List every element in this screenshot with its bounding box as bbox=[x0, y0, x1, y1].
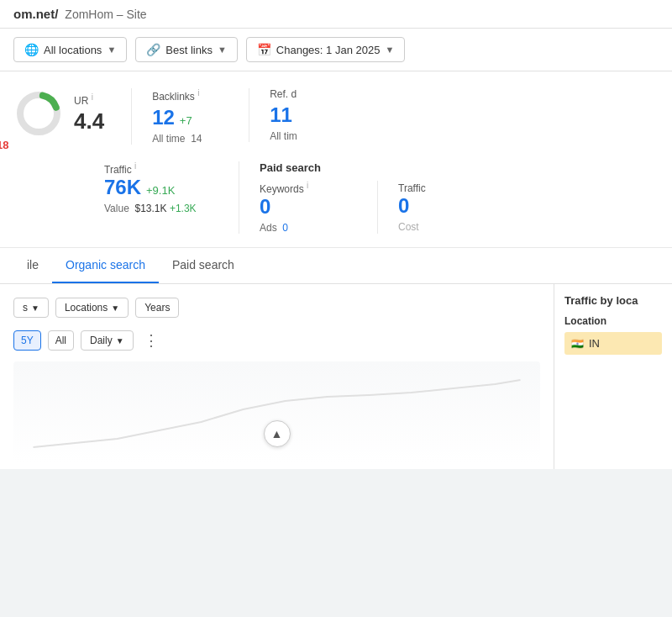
all-locations-button[interactable]: 🌐 All locations ▼ bbox=[13, 37, 127, 62]
chevron-down-icon-3: ▼ bbox=[385, 45, 394, 55]
time-range-row: 5Y All Daily ▼ ⋮ bbox=[13, 328, 540, 353]
backlinks-col: Backlinks i 12 +7 All time 14 bbox=[131, 88, 249, 145]
backlinks-label: Backlinks i bbox=[152, 88, 228, 103]
location-panel-title: Traffic by loca bbox=[564, 294, 662, 307]
locations-filter-button[interactable]: Locations ▼ bbox=[55, 298, 129, 318]
traffic-value-row: Value $13.1K +1.3K bbox=[104, 203, 239, 214]
tab-paid-search[interactable]: Paid search bbox=[159, 248, 248, 283]
organic-metrics: Traffic i 76K +9.1K Value $13.1K +1.3K P… bbox=[104, 161, 659, 234]
chart-graph bbox=[13, 361, 540, 462]
ads-row: Ads 0 bbox=[260, 222, 377, 234]
organic-row: Traffic i 76K +9.1K Value $13.1K +1.3K P… bbox=[13, 161, 659, 234]
negative-number: 18 bbox=[0, 139, 8, 151]
chevron-down-icon-2: ▼ bbox=[218, 45, 227, 55]
header-bar: om.net/ ZomHom – Site bbox=[0, 0, 672, 29]
tab-profile[interactable]: ile bbox=[13, 248, 52, 283]
flag-icon: 🇮🇳 bbox=[571, 338, 584, 350]
keywords-label: Keywords i bbox=[260, 183, 308, 195]
tab-organic-search[interactable]: Organic search bbox=[52, 248, 159, 283]
ur-values: UR i 4.4 bbox=[74, 92, 104, 134]
traffic-value: 76K +9.1K bbox=[104, 176, 239, 199]
paid-search-metrics: Keywords i 0 Ads 0 bbox=[260, 181, 478, 234]
chart-filters: s ▼ Locations ▼ Years bbox=[13, 298, 540, 318]
header-site-name: ZomHom – Site bbox=[65, 8, 146, 21]
paid-traffic-col: Traffic 0 Cost bbox=[377, 181, 478, 234]
dropdown1-button[interactable]: s ▼ bbox=[13, 298, 49, 318]
interval-chevron: ▼ bbox=[116, 336, 124, 345]
backlinks-sub: All time 14 bbox=[152, 133, 228, 145]
ref-domains-col: Ref. d 11 All tim bbox=[249, 88, 366, 142]
ref-domains-value: 11 bbox=[270, 103, 346, 127]
chart-area: s ▼ Locations ▼ Years 5Y All Daily ▼ ⋮ bbox=[0, 284, 554, 469]
backlinks-change: +7 bbox=[180, 114, 192, 127]
header-url: om.net/ bbox=[13, 7, 58, 21]
traffic-info-icon: i bbox=[134, 161, 136, 171]
metrics-section: 18 UR i 4.4 Backlinks i 1 bbox=[0, 71, 672, 248]
traffic-label: Traffic i bbox=[104, 164, 136, 176]
changes-date-button[interactable]: 📅 Changes: 1 Jan 2025 ▼ bbox=[246, 37, 406, 62]
paid-search-label: Paid search bbox=[260, 161, 478, 174]
locations-label: All locations bbox=[44, 44, 102, 56]
donut-chart bbox=[13, 88, 64, 139]
backlinks-value: 12 +7 bbox=[152, 106, 228, 129]
ur-info-icon: i bbox=[92, 92, 93, 102]
keywords-info-icon: i bbox=[307, 181, 308, 190]
traffic-change: +9.1K bbox=[146, 184, 175, 197]
time-all-button[interactable]: All bbox=[48, 330, 74, 351]
keywords-value: 0 bbox=[260, 195, 377, 219]
changes-label: Changes: 1 Jan 2025 bbox=[276, 44, 381, 56]
scroll-up-button[interactable]: ▲ bbox=[264, 420, 291, 447]
best-links-button[interactable]: 🔗 Best links ▼ bbox=[135, 37, 238, 62]
paid-traffic-label: Traffic bbox=[398, 182, 426, 194]
chevron-down-icon: ▼ bbox=[107, 45, 116, 55]
tabs-section: ile Organic search Paid search bbox=[0, 248, 672, 284]
dropdown1-chevron: ▼ bbox=[31, 303, 39, 313]
globe-icon: 🌐 bbox=[24, 43, 39, 56]
ref-domains-sub: All tim bbox=[270, 130, 346, 142]
more-options-button[interactable]: ⋮ bbox=[140, 328, 162, 353]
backlinks-info-icon: i bbox=[197, 88, 199, 98]
ref-domains-label: Ref. d bbox=[270, 88, 346, 100]
cost-row: Cost bbox=[398, 221, 478, 233]
calendar-icon: 📅 bbox=[257, 43, 271, 56]
location-col-header: Location bbox=[564, 315, 662, 327]
links-label: Best links bbox=[165, 44, 213, 56]
metrics-row: 18 UR i 4.4 Backlinks i 1 bbox=[13, 88, 659, 145]
ur-section: 18 UR i 4.4 bbox=[13, 88, 104, 139]
location-code: IN bbox=[589, 337, 600, 350]
donut-svg bbox=[13, 88, 64, 139]
traffic-col: Traffic i 76K +9.1K Value $13.1K +1.3K bbox=[104, 161, 239, 214]
locations-chevron: ▼ bbox=[111, 303, 119, 313]
bottom-section: s ▼ Locations ▼ Years 5Y All Daily ▼ ⋮ bbox=[0, 284, 672, 469]
ur-label: UR i bbox=[74, 92, 104, 107]
link-icon: 🔗 bbox=[146, 43, 160, 56]
time-5y-button[interactable]: 5Y bbox=[13, 330, 41, 351]
interval-button[interactable]: Daily ▼ bbox=[81, 330, 134, 351]
ur-value: 4.4 bbox=[74, 108, 104, 134]
keywords-col: Keywords i 0 Ads 0 bbox=[260, 181, 377, 234]
list-item[interactable]: 🇮🇳 IN bbox=[564, 332, 662, 355]
paid-traffic-value: 0 bbox=[398, 194, 478, 218]
paid-search-block: Paid search Keywords i 0 Ads 0 bbox=[239, 161, 478, 234]
toolbar: 🌐 All locations ▼ 🔗 Best links ▼ 📅 Chang… bbox=[0, 29, 672, 71]
traffic-value-change: +1.3K bbox=[170, 203, 197, 214]
years-filter-button[interactable]: Years bbox=[135, 298, 179, 318]
location-panel: Traffic by loca Location 🇮🇳 IN bbox=[554, 284, 672, 469]
